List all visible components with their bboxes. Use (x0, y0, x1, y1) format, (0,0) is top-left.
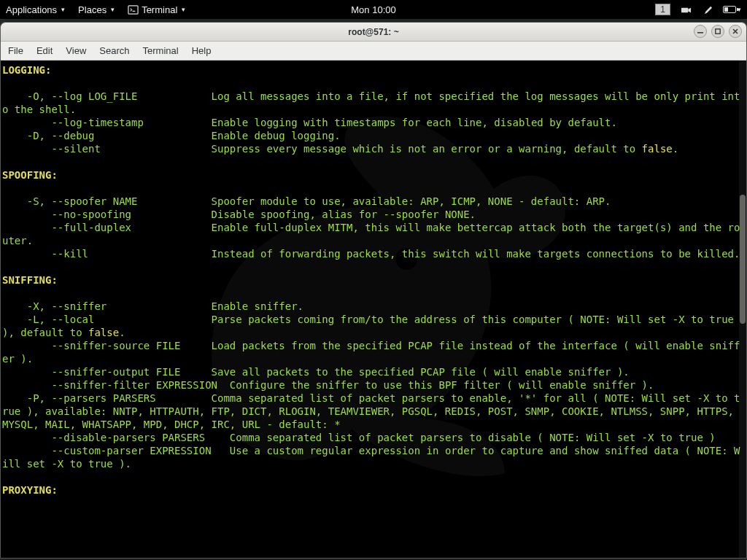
terminal-viewport[interactable]: LOGGING: -O, --log LOG_FILE Log all mess… (1, 61, 746, 558)
applications-menu[interactable]: Applications (6, 4, 65, 15)
svg-rect-3 (716, 29, 720, 34)
window-titlebar[interactable]: root@571: ~ (1, 23, 746, 42)
svg-rect-2 (697, 32, 703, 34)
app-menu-terminal[interactable]: Terminal (128, 4, 185, 15)
window-title: root@571: ~ (348, 27, 398, 37)
terminal-icon (128, 4, 139, 15)
gnome-topbar: Applications Places Terminal Mon 10:00 1… (0, 0, 747, 19)
menu-view[interactable]: View (66, 45, 86, 56)
places-menu[interactable]: Places (78, 4, 115, 15)
svg-rect-1 (681, 7, 688, 12)
terminal-menubar: File Edit View Search Terminal Help (1, 42, 746, 61)
menu-search[interactable]: Search (99, 45, 129, 56)
workspace-indicator[interactable]: 1 (655, 4, 670, 15)
terminal-window: root@571: ~ File Edit View Search Termin… (0, 22, 747, 559)
camera-status-icon[interactable] (681, 4, 692, 15)
menu-edit[interactable]: Edit (36, 45, 53, 56)
menu-help[interactable]: Help (192, 45, 212, 56)
maximize-button[interactable] (711, 25, 724, 38)
menu-terminal[interactable]: Terminal (143, 45, 179, 56)
app-menu-label: Terminal (142, 4, 177, 15)
battery-status-icon[interactable]: ▾ (723, 6, 741, 13)
menu-file[interactable]: File (8, 45, 23, 56)
minimize-button[interactable] (694, 25, 707, 38)
svg-rect-0 (128, 5, 138, 13)
clock[interactable]: Mon 10:00 (351, 4, 395, 15)
color-picker-icon[interactable] (702, 4, 713, 15)
terminal-output: LOGGING: -O, --log LOG_FILE Log all mess… (1, 61, 746, 558)
close-button[interactable] (729, 25, 742, 38)
